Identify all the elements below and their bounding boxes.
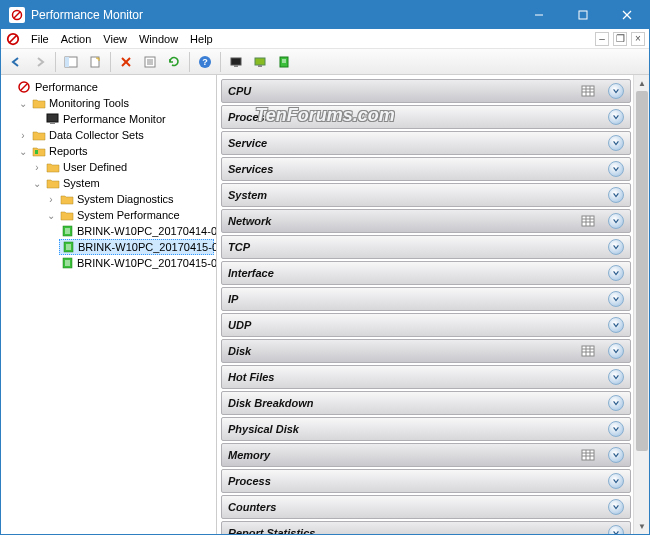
report-button[interactable] bbox=[273, 51, 295, 73]
tree-report-item[interactable]: BRINK-W10PC_20170414-000001 bbox=[59, 223, 214, 239]
expand-toggle[interactable]: ⌄ bbox=[31, 178, 43, 189]
expand-section-button[interactable] bbox=[608, 83, 624, 99]
report-section-row[interactable]: Process bbox=[221, 469, 631, 493]
report-section-row[interactable]: TCP bbox=[221, 235, 631, 259]
close-button[interactable] bbox=[605, 1, 649, 29]
expand-section-button[interactable] bbox=[608, 265, 624, 281]
report-section-row[interactable]: Memory bbox=[221, 443, 631, 467]
tree-system-performance[interactable]: ⌄ System Performance bbox=[45, 207, 214, 223]
report-section-row[interactable]: Disk Breakdown bbox=[221, 391, 631, 415]
expand-toggle[interactable]: › bbox=[31, 162, 43, 173]
section-label: Report Statistics bbox=[228, 527, 608, 534]
refresh-button[interactable] bbox=[163, 51, 185, 73]
expand-section-button[interactable] bbox=[608, 291, 624, 307]
toolbar-separator-3 bbox=[189, 52, 190, 72]
report-pane: CPU Process Service Services System Netw… bbox=[217, 75, 649, 534]
report-section-row[interactable]: Physical Disk bbox=[221, 417, 631, 441]
report-section-row[interactable]: Interface bbox=[221, 261, 631, 285]
menu-window[interactable]: Window bbox=[133, 29, 184, 48]
scroll-down-arrow[interactable]: ▼ bbox=[634, 518, 649, 534]
mdi-close[interactable]: × bbox=[631, 32, 645, 46]
expand-section-button[interactable] bbox=[608, 343, 624, 359]
section-label: Disk bbox=[228, 345, 580, 357]
expand-toggle[interactable]: ⌄ bbox=[17, 98, 29, 109]
menu-view[interactable]: View bbox=[97, 29, 133, 48]
report-section-row[interactable]: Report Statistics bbox=[221, 521, 631, 534]
tree-user-defined[interactable]: › User Defined bbox=[31, 159, 214, 175]
section-label: Process bbox=[228, 475, 608, 487]
menu-action[interactable]: Action bbox=[55, 29, 98, 48]
menu-help[interactable]: Help bbox=[184, 29, 219, 48]
toolbar-separator bbox=[55, 52, 56, 72]
tree-root-performance[interactable]: Performance bbox=[3, 79, 214, 95]
tree-system[interactable]: ⌄ System bbox=[31, 175, 214, 191]
help-button[interactable]: ? bbox=[194, 51, 216, 73]
delete-button[interactable] bbox=[115, 51, 137, 73]
monitor2-button[interactable] bbox=[249, 51, 271, 73]
navigation-tree[interactable]: Performance ⌄ Monitoring Tools bbox=[1, 75, 217, 534]
svg-line-27 bbox=[21, 84, 27, 90]
scroll-thumb[interactable] bbox=[636, 91, 648, 451]
tree-data-collector-sets[interactable]: › Data Collector Sets bbox=[17, 127, 214, 143]
show-hide-tree-button[interactable] bbox=[60, 51, 82, 73]
report-section-row[interactable]: CPU bbox=[221, 79, 631, 103]
svg-rect-29 bbox=[50, 122, 55, 124]
section-label: Process bbox=[228, 111, 608, 123]
expand-section-button[interactable] bbox=[608, 499, 624, 515]
expand-section-button[interactable] bbox=[608, 473, 624, 489]
report-section-row[interactable]: Network bbox=[221, 209, 631, 233]
report-section-row[interactable]: UDP bbox=[221, 313, 631, 337]
expand-section-button[interactable] bbox=[608, 239, 624, 255]
report-section-row[interactable]: Disk bbox=[221, 339, 631, 363]
expand-section-button[interactable] bbox=[608, 395, 624, 411]
forward-button[interactable] bbox=[29, 51, 51, 73]
back-button[interactable] bbox=[5, 51, 27, 73]
expand-section-button[interactable] bbox=[608, 369, 624, 385]
expand-toggle[interactable]: ⌄ bbox=[45, 210, 57, 221]
table-icon bbox=[580, 448, 596, 462]
tree-report-item[interactable]: BRINK-W10PC_20170415-000003 bbox=[59, 255, 214, 271]
svg-rect-9 bbox=[65, 57, 69, 67]
expand-section-button[interactable] bbox=[608, 213, 624, 229]
tree-label: System bbox=[63, 177, 100, 189]
tree-report-item[interactable]: BRINK-W10PC_20170415-000002 bbox=[59, 239, 214, 255]
tree-system-diagnostics[interactable]: › System Diagnostics bbox=[45, 191, 214, 207]
menu-file[interactable]: File bbox=[25, 29, 55, 48]
report-section-row[interactable]: Hot Files bbox=[221, 365, 631, 389]
vertical-scrollbar[interactable]: ▲ ▼ bbox=[633, 75, 649, 534]
expand-section-button[interactable] bbox=[608, 525, 624, 534]
report-section-row[interactable]: System bbox=[221, 183, 631, 207]
window-title: Performance Monitor bbox=[31, 8, 517, 22]
maximize-button[interactable] bbox=[561, 1, 605, 29]
minimize-button[interactable] bbox=[517, 1, 561, 29]
mdi-restore[interactable]: ❐ bbox=[613, 32, 627, 46]
report-section-row[interactable]: Service bbox=[221, 131, 631, 155]
expand-section-button[interactable] bbox=[608, 421, 624, 437]
svg-rect-30 bbox=[35, 150, 38, 154]
toolbar-separator-2 bbox=[110, 52, 111, 72]
scroll-up-arrow[interactable]: ▲ bbox=[634, 75, 649, 91]
new-button[interactable] bbox=[84, 51, 106, 73]
mdi-minimize[interactable]: – bbox=[595, 32, 609, 46]
expand-toggle[interactable]: ⌄ bbox=[17, 146, 29, 157]
properties-button[interactable] bbox=[139, 51, 161, 73]
folder-icon bbox=[31, 128, 47, 142]
expand-section-button[interactable] bbox=[608, 161, 624, 177]
expand-section-button[interactable] bbox=[608, 109, 624, 125]
expand-toggle[interactable]: › bbox=[45, 194, 57, 205]
report-section-row[interactable]: IP bbox=[221, 287, 631, 311]
expand-section-button[interactable] bbox=[608, 317, 624, 333]
expand-section-button[interactable] bbox=[608, 187, 624, 203]
report-section-row[interactable]: Services bbox=[221, 157, 631, 181]
monitor-button[interactable] bbox=[225, 51, 247, 73]
expand-section-button[interactable] bbox=[608, 135, 624, 151]
tree-label: Performance bbox=[35, 81, 98, 93]
expand-toggle[interactable]: › bbox=[17, 130, 29, 141]
tree-performance-monitor[interactable]: Performance Monitor bbox=[31, 111, 214, 127]
expand-section-button[interactable] bbox=[608, 447, 624, 463]
report-section-row[interactable]: Counters bbox=[221, 495, 631, 519]
reports-icon bbox=[31, 144, 47, 158]
tree-reports[interactable]: ⌄ Reports bbox=[17, 143, 214, 159]
report-section-row[interactable]: Process bbox=[221, 105, 631, 129]
tree-monitoring-tools[interactable]: ⌄ Monitoring Tools bbox=[17, 95, 214, 111]
